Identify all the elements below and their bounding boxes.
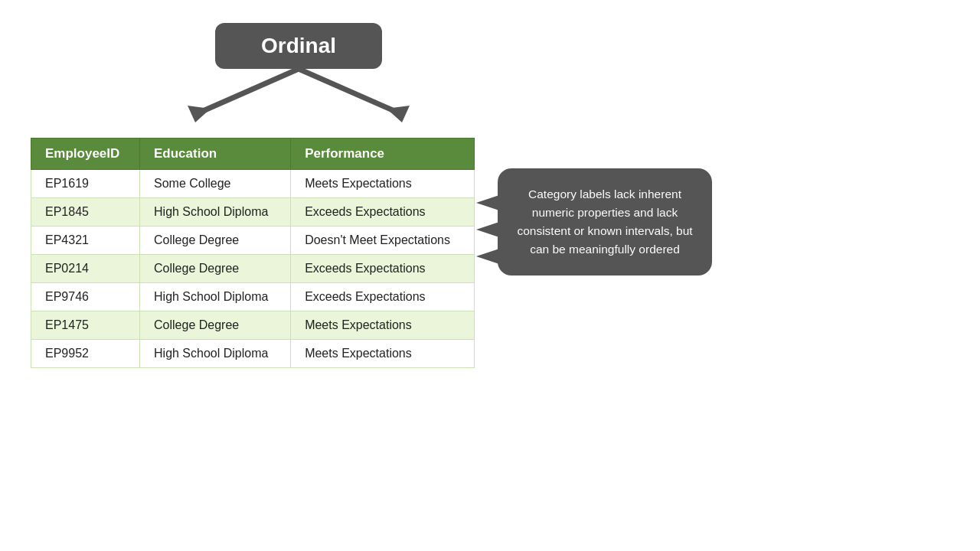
table-cell: Doesn't Meet Expectations [291,227,475,255]
svg-marker-6 [476,249,499,264]
table-cell: Meets Expectations [291,170,475,198]
table-row: EP1845High School DiplomaExceeds Expecta… [31,198,475,227]
page-container: Ordinal EmployeeID Education Performance… [0,0,980,551]
table-cell: EP9746 [31,283,140,311]
table-cell: EP1475 [31,311,140,340]
table-row: EP9746High School DiplomaExceeds Expecta… [31,283,475,311]
callout-arrow-1 [476,191,501,214]
table-cell: High School Diploma [140,198,291,227]
table-row: EP4321College DegreeDoesn't Meet Expecta… [31,227,475,255]
table-cell: College Degree [140,311,291,340]
table-cell: High School Diploma [140,283,291,311]
table-cell: EP0214 [31,255,140,283]
table-header-row: EmployeeID Education Performance [31,139,475,170]
table-cell: EP1845 [31,198,140,227]
col-header-employeeid: EmployeeID [31,139,140,170]
ordinal-section: Ordinal [69,23,528,138]
table-row: EP0214College DegreeExceeds Expectations [31,255,475,283]
col-header-performance: Performance [291,139,475,170]
callout-box: Category labels lack inherent numeric pr… [498,168,712,276]
table-cell: College Degree [140,227,291,255]
table-cell: EP9952 [31,340,140,368]
callout-arrow-3 [476,245,501,268]
svg-marker-4 [476,195,499,210]
data-table: EmployeeID Education Performance EP1619S… [31,138,475,368]
table-cell: Exceeds Expectations [291,198,475,227]
ordinal-arrows [77,69,521,138]
table-cell: High School Diploma [140,340,291,368]
table-cell: EP1619 [31,170,140,198]
svg-line-0 [203,69,299,111]
table-row: EP1475College DegreeMeets Expectations [31,311,475,340]
table-cell: Some College [140,170,291,198]
table-row: EP1619Some CollegeMeets Expectations [31,170,475,198]
table-cell: Meets Expectations [291,340,475,368]
table-cell: EP4321 [31,227,140,255]
table-cell: College Degree [140,255,291,283]
svg-line-2 [299,69,394,111]
col-header-education: Education [140,139,291,170]
callout-arrow-2 [476,218,501,241]
table-row: EP9952High School DiplomaMeets Expectati… [31,340,475,368]
callout-text: Category labels lack inherent numeric pr… [517,187,692,256]
svg-marker-5 [476,222,499,237]
table-cell: Exceeds Expectations [291,283,475,311]
table-cell: Meets Expectations [291,311,475,340]
table-cell: Exceeds Expectations [291,255,475,283]
ordinal-box: Ordinal [215,23,382,69]
table-section: EmployeeID Education Performance EP1619S… [31,138,712,368]
